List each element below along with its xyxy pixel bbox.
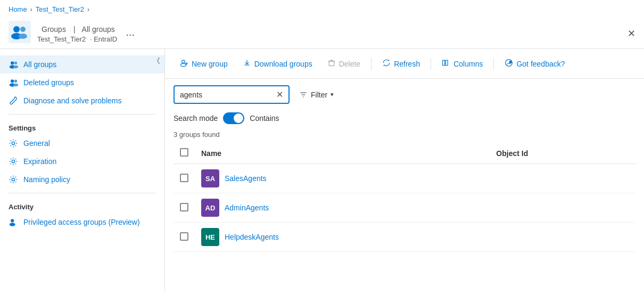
download-icon [243,59,251,69]
new-group-button[interactable]: New group [174,55,234,72]
table-row: AD AdminAgents [174,193,635,223]
title-subtitle: All groups [82,25,115,34]
sidebar-label-general: General [23,139,50,148]
group-name-cell: SA SalesAgents [201,169,483,187]
svg-point-12 [13,84,18,86]
feedback-icon [505,59,513,69]
table-row: SA SalesAgents [174,164,635,193]
header-ellipsis-button[interactable]: ... [126,26,135,38]
breadcrumb-home[interactable]: Home [9,5,27,13]
group-avatar: AD [201,199,219,217]
columns-label: Columns [453,60,483,68]
header-icon [9,21,31,43]
svg-rect-0 [9,21,31,43]
svg-point-4 [19,34,27,39]
col-checkbox [174,143,195,164]
sidebar-item-diagnose[interactable]: Diagnose and solve problems [0,92,164,110]
group-name-link[interactable]: SalesAgents [225,174,267,183]
group-name-link[interactable]: AdminAgents [225,203,269,212]
group-avatar: SA [201,169,219,187]
header-title-block: Groups | All groups Test_Test_Tier2 · En… [37,21,117,43]
delete-label: Delete [339,60,360,68]
search-mode-toggle[interactable] [223,112,244,124]
breadcrumb-tier[interactable]: Test_Test_Tier2 [36,5,84,13]
contains-label: Contains [250,114,279,123]
feedback-button[interactable]: Got feedback? [498,55,571,72]
svg-point-3 [20,27,26,32]
row-checkbox[interactable] [180,203,188,211]
search-input[interactable] [180,91,273,99]
svg-point-11 [14,80,17,83]
sidebar-item-all-groups[interactable]: All groups [0,55,164,74]
sidebar-label-expiration: Expiration [23,157,56,166]
sidebar-label-diagnose: Diagnose and solve problems [23,96,121,105]
expiration-gear-icon [9,157,18,166]
svg-point-5 [11,61,14,64]
svg-rect-22 [329,61,334,66]
select-all-checkbox[interactable] [180,148,188,157]
title-separator: | [73,25,78,34]
refresh-label: Refresh [394,60,420,68]
delete-icon [327,59,336,69]
svg-point-15 [12,178,14,181]
refresh-button[interactable]: Refresh [376,55,426,72]
feedback-label: Got feedback? [516,60,565,68]
naming-gear-icon [9,175,18,184]
svg-point-8 [13,66,18,68]
columns-button[interactable]: Columns [435,55,489,72]
row-checkbox[interactable] [180,232,188,241]
sidebar-item-expiration[interactable]: Expiration [0,152,164,170]
group-name-cell: HE HelpdeskAgents [201,228,483,246]
table-header-row: Name Object Id [174,143,635,164]
search-area: ✕ Filter ▾ [165,79,644,110]
main-content: New group Download groups Delete Ref [165,49,644,291]
results-count: 3 groups found [165,128,644,143]
sidebar-item-general[interactable]: General [0,134,164,152]
filter-button[interactable]: Filter ▾ [294,87,339,102]
row-checkbox-cell [174,164,195,193]
columns-icon [442,59,450,69]
new-group-label: New group [192,60,228,68]
col-name-header: Name [195,143,490,164]
row-name-cell: AD AdminAgents [195,193,490,223]
privileged-users-icon [9,217,18,227]
col-objectid-header: Object Id [490,143,635,164]
sidebar-item-deleted-groups[interactable]: Deleted groups [0,74,164,92]
product-name: · EntraID [90,35,117,43]
general-gear-icon [9,138,18,148]
row-checkbox-cell [174,223,195,252]
sidebar-item-privileged-access[interactable]: Privileged access groups (Preview) [0,213,164,231]
toolbar-separator-3 [493,58,494,70]
close-button[interactable]: ✕ [628,28,635,39]
svg-point-1 [13,26,20,32]
deleted-users-icon [9,78,18,87]
breadcrumb-chevron-1: › [30,6,32,13]
download-groups-label: Download groups [254,60,312,68]
row-name-cell: SA SalesAgents [195,164,490,193]
settings-section-title: Settings [0,119,164,134]
search-mode-label: Search mode [174,114,218,123]
wrench-icon [9,96,18,105]
sidebar-label-all-groups: All groups [23,60,56,69]
row-checkbox-cell [174,193,195,223]
search-clear-button[interactable]: ✕ [276,89,283,100]
sidebar: 《 All groups Deleted groups Diagnose and… [0,49,165,291]
group-name-cell: AD AdminAgents [201,199,483,217]
sidebar-collapse-button[interactable]: 《 [148,54,164,68]
row-checkbox[interactable] [180,174,188,182]
header-subtitle: Test_Test_Tier2 · EntraID [37,35,117,43]
breadcrumb: Home › Test_Test_Tier2 › [0,0,644,19]
group-name-link[interactable]: HelpdeskAgents [225,233,279,241]
sidebar-label-deleted-groups: Deleted groups [23,78,74,87]
svg-point-9 [11,79,14,83]
svg-point-13 [12,142,14,144]
users-icon [9,60,18,69]
delete-button[interactable]: Delete [321,55,367,72]
sidebar-divider-1 [9,114,156,115]
new-group-icon [180,59,188,69]
toolbar: New group Download groups Delete Ref [165,49,644,79]
groups-table: Name Object Id SA SalesAgents [174,143,635,252]
sidebar-item-naming-policy[interactable]: Naming policy [0,170,164,189]
download-groups-button[interactable]: Download groups [236,55,319,72]
row-objectid-cell [490,193,635,223]
